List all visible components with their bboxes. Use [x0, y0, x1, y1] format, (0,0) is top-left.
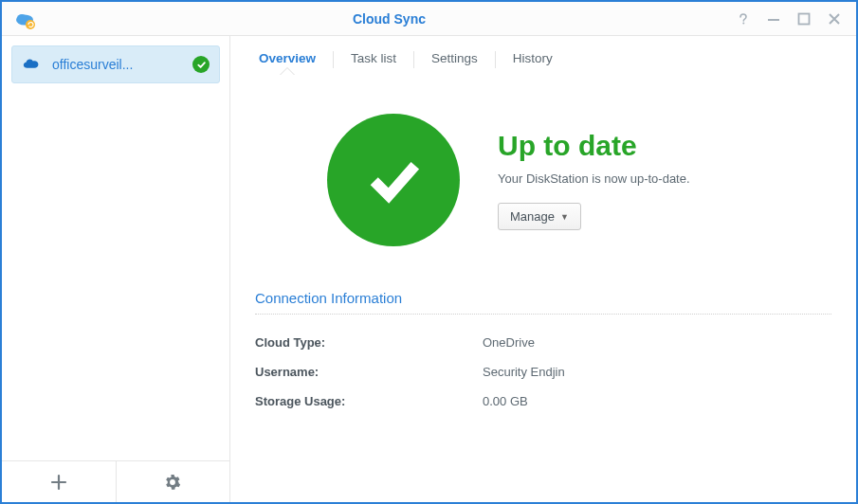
tab-tasklist[interactable]: Task list	[334, 44, 413, 75]
svg-rect-5	[799, 13, 810, 24]
onedrive-icon	[22, 54, 43, 75]
sidebar: officesurveil...	[2, 36, 230, 502]
window-body: officesurveil... Overview Task li	[2, 36, 856, 502]
tab-content: Up to date Your DiskStation is now up-to…	[230, 76, 856, 502]
info-row-username: Username: Security Endjin	[255, 357, 831, 387]
main-panel: Overview Task list Settings History Up	[230, 36, 856, 502]
status-ok-icon	[192, 56, 210, 73]
info-row-storage: Storage Usage: 0.00 GB	[255, 387, 831, 416]
info-key: Storage Usage:	[255, 394, 483, 408]
tab-overview[interactable]: Overview	[242, 44, 333, 75]
titlebar: Cloud Sync	[2, 2, 856, 36]
chevron-down-icon: ▼	[560, 212, 569, 222]
close-icon[interactable]	[826, 10, 843, 27]
help-icon[interactable]	[735, 10, 752, 27]
info-row-cloud-type: Cloud Type: OneDrive	[255, 328, 831, 357]
minimize-icon[interactable]	[765, 10, 782, 27]
info-value: 0.00 GB	[483, 394, 528, 408]
info-key: Username:	[255, 365, 483, 379]
svg-point-1	[17, 14, 27, 22]
svg-point-3	[742, 22, 744, 24]
tab-history[interactable]: History	[496, 44, 570, 75]
info-value: Security Endjin	[483, 365, 565, 379]
manage-label: Manage	[510, 209, 555, 224]
window-controls	[735, 10, 849, 27]
info-value: OneDrive	[483, 335, 535, 350]
check-circle-icon	[327, 114, 460, 246]
tab-settings[interactable]: Settings	[414, 44, 495, 75]
info-key: Cloud Type:	[255, 335, 483, 350]
status-subtitle: Your DiskStation is now up-to-date.	[498, 171, 690, 186]
status-block: Up to date Your DiskStation is now up-to…	[255, 114, 831, 246]
status-text: Up to date Your DiskStation is now up-to…	[498, 130, 690, 230]
add-connection-button[interactable]	[2, 461, 116, 502]
settings-button[interactable]	[116, 461, 230, 502]
connection-list: officesurveil...	[2, 36, 229, 460]
maximize-icon[interactable]	[795, 10, 812, 27]
window-title: Cloud Sync	[44, 11, 735, 27]
connection-label: officesurveil...	[52, 57, 192, 72]
svg-rect-4	[768, 19, 779, 21]
status-title: Up to date	[498, 130, 690, 162]
manage-button[interactable]: Manage ▼	[498, 203, 581, 230]
sidebar-footer	[2, 460, 229, 502]
tabs: Overview Task list Settings History	[230, 36, 856, 76]
connection-item[interactable]: officesurveil...	[11, 45, 220, 83]
app-window: Cloud Sync	[0, 0, 858, 504]
section-title: Connection Information	[255, 290, 831, 315]
app-icon	[13, 8, 36, 30]
